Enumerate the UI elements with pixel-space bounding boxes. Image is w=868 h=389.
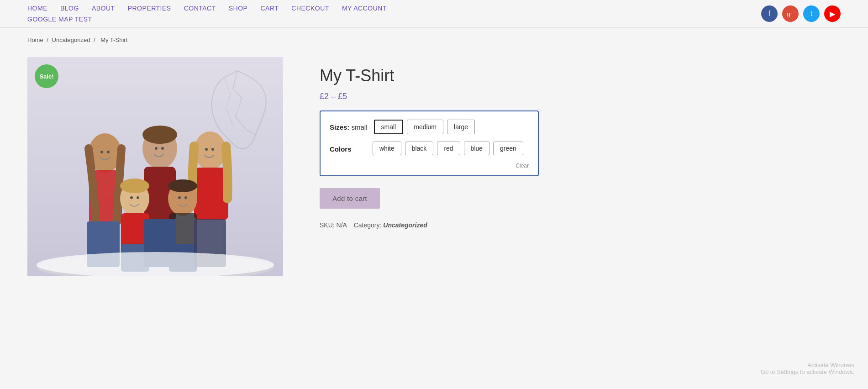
color-black[interactable]: black xyxy=(405,142,434,155)
svg-point-22 xyxy=(107,151,110,153)
svg-point-28 xyxy=(137,196,139,199)
nav-about[interactable]: ABOUT xyxy=(92,5,115,12)
product-image-area: Sale! xyxy=(27,57,283,276)
product-price: £2 – £5 xyxy=(320,92,841,101)
google-icon: g+ xyxy=(787,11,794,17)
nav-contact[interactable]: CONTACT xyxy=(184,5,216,12)
category-label: Category: xyxy=(354,221,382,229)
social-facebook-link[interactable]: f xyxy=(761,5,778,22)
sku-value: N/A xyxy=(337,221,347,229)
sizes-label: Sizes: small xyxy=(330,120,368,131)
variations-box: Sizes: small small medium large Colors w… xyxy=(320,110,539,176)
breadcrumb-uncategorized[interactable]: Uncategorized xyxy=(52,37,90,43)
category-value[interactable]: Uncategorized xyxy=(383,221,427,229)
nav-google-map-test[interactable]: GOOGLE MAP TEST xyxy=(27,16,92,23)
svg-point-24 xyxy=(161,147,164,150)
color-blue[interactable]: blue xyxy=(464,142,489,155)
sale-badge: Sale! xyxy=(35,64,58,88)
size-small[interactable]: small xyxy=(374,120,404,134)
svg-point-9 xyxy=(142,126,177,144)
svg-point-30 xyxy=(184,196,187,199)
facebook-icon: f xyxy=(768,10,770,18)
size-large[interactable]: large xyxy=(447,120,475,134)
svg-point-27 xyxy=(130,196,133,199)
nav-checkout[interactable]: CHECKOUT xyxy=(291,5,329,12)
color-white[interactable]: white xyxy=(373,142,401,155)
nav-row-primary: HOME BLOG ABOUT PROPERTIES CONTACT SHOP … xyxy=(27,5,387,12)
nav-properties[interactable]: PROPERTIES xyxy=(128,5,171,12)
breadcrumb-sep2: / xyxy=(94,37,95,43)
colors-options: white black red blue green xyxy=(373,142,523,155)
breadcrumb: Home / Uncategorized / My T-Shirt xyxy=(0,28,868,48)
breadcrumb-home[interactable]: Home xyxy=(27,37,43,43)
nav-shop[interactable]: SHOP xyxy=(229,5,248,12)
size-medium[interactable]: medium xyxy=(407,120,443,134)
nav-cart[interactable]: CART xyxy=(260,5,279,12)
sizes-options: small medium large xyxy=(374,120,475,134)
social-icons: f g+ t ▶ xyxy=(761,5,841,22)
svg-point-23 xyxy=(155,147,158,150)
product-image-svg xyxy=(27,57,283,276)
social-youtube-link[interactable]: ▶ xyxy=(824,5,841,22)
product-image xyxy=(27,57,283,276)
header: HOME BLOG ABOUT PROPERTIES CONTACT SHOP … xyxy=(0,0,868,28)
svg-point-29 xyxy=(178,196,181,199)
twitter-icon: t xyxy=(810,10,812,18)
svg-point-21 xyxy=(100,151,103,153)
svg-point-11 xyxy=(120,179,149,193)
color-green[interactable]: green xyxy=(493,142,523,155)
colors-row: Colors white black red blue green xyxy=(330,142,529,155)
nav-row-secondary: GOOGLE MAP TEST xyxy=(27,16,387,23)
sizes-row: Sizes: small small medium large xyxy=(330,120,529,134)
colors-label: Colors xyxy=(330,142,366,153)
nav-area: HOME BLOG ABOUT PROPERTIES CONTACT SHOP … xyxy=(27,5,387,23)
nav-blog[interactable]: BLOG xyxy=(60,5,79,12)
main-content: Sale! xyxy=(0,48,868,304)
color-red[interactable]: red xyxy=(437,142,460,155)
nav-my-account[interactable]: MY ACCOUNT xyxy=(342,5,387,12)
add-to-cart-button[interactable]: Add to cart xyxy=(320,188,380,209)
breadcrumb-current: My T-Shirt xyxy=(100,37,127,43)
svg-point-14 xyxy=(168,179,197,192)
svg-point-5 xyxy=(194,131,226,170)
clear-link[interactable]: Clear xyxy=(330,163,529,169)
svg-point-25 xyxy=(205,148,208,151)
product-details: My T-Shirt £2 – £5 Sizes: small small me… xyxy=(320,57,841,229)
svg-point-26 xyxy=(211,148,214,151)
social-google-link[interactable]: g+ xyxy=(782,5,799,22)
sku-label: SKU: xyxy=(320,221,335,229)
product-meta: SKU: N/A Category: Uncategorized xyxy=(320,221,841,229)
product-title: My T-Shirt xyxy=(320,66,841,85)
youtube-icon: ▶ xyxy=(830,10,835,18)
social-twitter-link[interactable]: t xyxy=(803,5,820,22)
breadcrumb-sep1: / xyxy=(47,37,48,43)
nav-home[interactable]: HOME xyxy=(27,5,47,12)
